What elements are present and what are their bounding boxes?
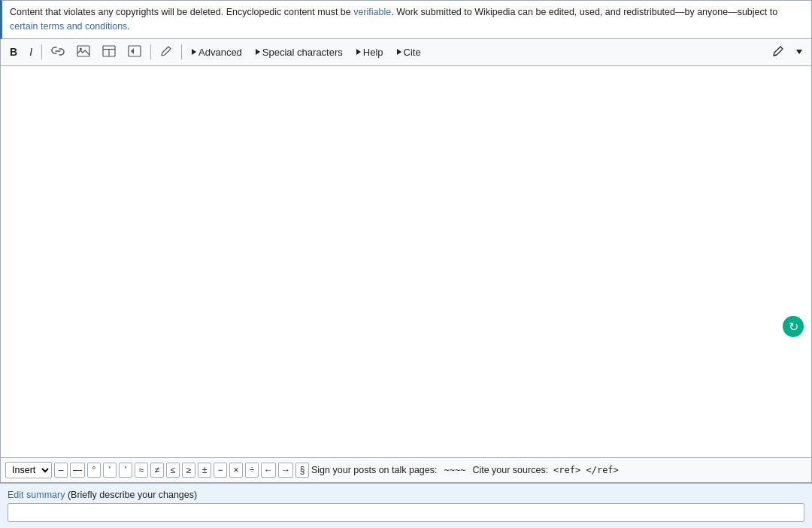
- chevron-down-button[interactable]: [792, 47, 807, 57]
- char-btn-emdash[interactable]: —: [70, 463, 85, 478]
- special-chars-label: Special characters: [262, 47, 343, 58]
- toolbar-right: [768, 42, 807, 62]
- editor-content-area: ↻: [1, 66, 811, 458]
- toolbar-divider-3: [181, 44, 182, 59]
- more-button[interactable]: [123, 42, 146, 62]
- edit-textarea[interactable]: [1, 66, 811, 458]
- char-btn-greatereq[interactable]: ≥: [182, 463, 195, 478]
- char-btn-times[interactable]: ×: [229, 463, 243, 478]
- sign-posts-value: ~~~~: [444, 465, 465, 475]
- edit-summary-section: Edit summary (Briefly describe your chan…: [0, 483, 812, 528]
- edit-pencil-icon: [772, 45, 784, 59]
- verifiable-link[interactable]: verifiable: [353, 7, 391, 17]
- editor-container: Content that violates any copyrights wil…: [0, 0, 812, 528]
- insert-select[interactable]: Insert: [5, 462, 52, 478]
- toolbar-divider-1: [41, 44, 42, 59]
- refresh-button[interactable]: ↻: [783, 316, 804, 337]
- special-chars-menu-button[interactable]: Special characters: [250, 44, 348, 61]
- char-btn-minus[interactable]: −: [214, 463, 227, 478]
- cite-arrow-icon: [397, 49, 401, 55]
- char-btn-rsquote[interactable]: ': [119, 463, 132, 478]
- char-btn-section[interactable]: §: [295, 463, 309, 478]
- help-label: Help: [363, 47, 383, 58]
- cite-sources-value: <ref> </ref>: [553, 465, 619, 475]
- notice-text: Content that violates any copyrights wil…: [10, 7, 777, 32]
- char-btn-degree[interactable]: °: [87, 463, 101, 478]
- char-btn-rarrow[interactable]: →: [278, 463, 293, 478]
- special-chars-arrow-icon: [256, 49, 260, 55]
- toolbar-divider-2: [150, 44, 151, 59]
- char-btn-notequal[interactable]: ≠: [150, 463, 164, 478]
- advanced-arrow-icon: [192, 49, 196, 55]
- edit-summary-label: Edit summary (Briefly describe your chan…: [8, 490, 804, 500]
- svg-point-1: [80, 47, 82, 50]
- help-menu-button[interactable]: Help: [351, 44, 389, 61]
- toolbar: B I: [1, 39, 811, 66]
- char-btn-lsquote[interactable]: ': [103, 463, 117, 478]
- refresh-icon: ↻: [789, 320, 798, 334]
- image-button[interactable]: [72, 42, 95, 62]
- link-icon: [51, 46, 65, 59]
- cite-sources-label: Cite your sources:: [472, 465, 548, 475]
- link-button[interactable]: [47, 43, 69, 62]
- pencil-icon: [160, 45, 172, 59]
- advanced-label: Advanced: [198, 47, 242, 58]
- cite-menu-button[interactable]: Cite: [392, 44, 426, 61]
- chevron-down-icon: [796, 50, 802, 54]
- pencil-button[interactable]: [156, 42, 177, 62]
- cite-label: Cite: [404, 47, 421, 58]
- italic-button[interactable]: I: [25, 43, 37, 61]
- advanced-menu-button[interactable]: Advanced: [186, 44, 247, 61]
- table-icon: [102, 45, 116, 59]
- bold-button[interactable]: B: [5, 43, 22, 61]
- edit-summary-input[interactable]: [8, 503, 804, 522]
- help-arrow-icon: [356, 49, 361, 55]
- edit-summary-title: Edit summary: [8, 490, 65, 500]
- char-btn-endash[interactable]: –: [54, 463, 68, 478]
- table-button[interactable]: [98, 42, 120, 62]
- terms-link[interactable]: certain terms and conditions: [10, 21, 127, 32]
- bottom-toolbar: Insert – — ° ' ' ≈ ≠ ≤ ≥ ± − × ÷ ← → § S…: [1, 457, 811, 482]
- char-btn-plusminus[interactable]: ±: [198, 463, 211, 478]
- svg-rect-5: [129, 46, 141, 56]
- edit-summary-hint: (Briefly describe your changes): [68, 490, 197, 500]
- sign-posts-label: Sign your posts on talk pages:: [311, 465, 437, 475]
- char-btn-approx[interactable]: ≈: [135, 463, 148, 478]
- editor-wrapper: B I: [0, 39, 812, 484]
- image-icon: [77, 45, 90, 59]
- char-btn-divide[interactable]: ÷: [245, 463, 259, 478]
- notice-bar: Content that violates any copyrights wil…: [0, 0, 812, 39]
- char-btn-lesseq[interactable]: ≤: [166, 463, 180, 478]
- char-btn-larrow[interactable]: ←: [261, 463, 276, 478]
- edit-pencil-button[interactable]: [768, 42, 789, 62]
- more-icon: [128, 45, 141, 59]
